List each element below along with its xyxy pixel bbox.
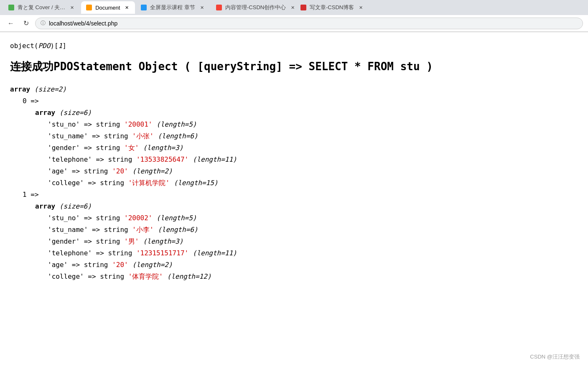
refresh-button[interactable]: ↻ [20,18,32,29]
tab-5-label: 写文章-CSDN博客 [310,4,354,11]
row-1-idx-val: 1 => [23,191,39,198]
tab-2-close[interactable]: ✕ [123,4,130,11]
row-1-field-stu_name: 'stu_name' => string '小李' (length=6) [48,224,578,236]
row-0-array-kw: array [35,109,55,117]
address-bar[interactable]: ⓘ localhost/web/4/select.php [35,18,583,29]
array-root: array (size=2) [10,84,578,95]
tab-5-favicon [300,5,306,10]
row-1-field-age: 'age' => string '20' (length=2) [48,259,578,271]
row-0-field-gender: 'gender' => string '女' (length=3) [48,142,578,154]
object-line: object(PDO)[1] [10,41,578,51]
row-0-idx-val: 0 => [23,97,39,105]
tab-4-label: 内容管理-CSDN创作中心 [225,4,286,11]
row-0-index: 0 => [23,95,578,107]
object-text: object(PDO)[1] [10,42,66,50]
tab-2-label: Document [95,5,120,11]
row-1-array-size: (size=6) [59,202,92,210]
row-1-field-gender: 'gender' => string '男' (length=3) [48,236,578,247]
tab-4-close[interactable]: ✕ [289,4,295,11]
row-1-field-telephone: 'telephone' => string '12315151717' (len… [48,247,578,259]
row-1-array: array (size=6) [35,201,578,212]
tab-3-close[interactable]: ✕ [199,4,205,11]
tab-4-favicon [216,5,222,10]
tab-5[interactable]: 写文章-CSDN博客 ✕ [295,1,369,14]
page-heading: 连接成功PDOStatement Object ( [queryString] … [10,58,578,76]
tab-1-label: 青と复 Cover / 夫… [18,4,65,11]
row-0-field-stu_no: 'stu_no' => string '20001' (length=5) [48,119,578,130]
row-0-field-college: 'college' => string '计算机学院' (length=15) [48,177,578,189]
row-0-array-size: (size=6) [59,109,92,117]
array-size: (size=2) [34,85,66,93]
tab-3-favicon [141,5,147,10]
row-1-index: 1 => [23,189,578,201]
tab-1[interactable]: 青と复 Cover / 夫… ✕ [3,1,80,14]
csdn-watermark: CSDN @汪汪想变强 [530,353,580,361]
row-1-array-kw: array [35,202,55,210]
back-button[interactable]: ← [5,18,17,29]
lock-icon: ⓘ [41,20,46,27]
row-0-field-telephone: 'telephone' => string '13533825647' (len… [48,154,578,165]
tab-5-close[interactable]: ✕ [357,4,364,11]
browser-chrome: 青と复 Cover / 夫… ✕ Document ✕ 全屏显示课程 章节 ✕ … [0,0,588,32]
array-keyword: array [10,85,30,93]
row-0-array: array (size=6) [35,107,578,119]
tab-bar: 青と复 Cover / 夫… ✕ Document ✕ 全屏显示课程 章节 ✕ … [0,0,588,15]
tab-2-favicon [86,5,92,10]
row-1-field-college: 'college' => string '体育学院' (length=12) [48,271,578,282]
page-content: object(PDO)[1] 连接成功PDOStatement Object (… [0,32,588,291]
tab-2[interactable]: Document ✕ [81,1,135,14]
tab-3-label: 全屏显示课程 章节 [150,4,195,11]
row-1-field-stu_no: 'stu_no' => string '20002' (length=5) [48,212,578,224]
row-0-field-stu_name: 'stu_name' => string '小张' (length=6) [48,130,578,142]
url-text: localhost/web/4/select.php [49,20,117,27]
nav-bar: ← ↻ ⓘ localhost/web/4/select.php [0,15,588,32]
tab-1-close[interactable]: ✕ [69,4,75,11]
row-0-field-age: 'age' => string '20' (length=2) [48,165,578,177]
tab-1-favicon [8,5,14,10]
tab-4[interactable]: 内容管理-CSDN创作中心 ✕ [211,1,295,14]
var-dump-output: array (size=2) 0 => array (size=6) 'stu_… [10,84,578,282]
tab-3[interactable]: 全屏显示课程 章节 ✕ [136,1,210,14]
